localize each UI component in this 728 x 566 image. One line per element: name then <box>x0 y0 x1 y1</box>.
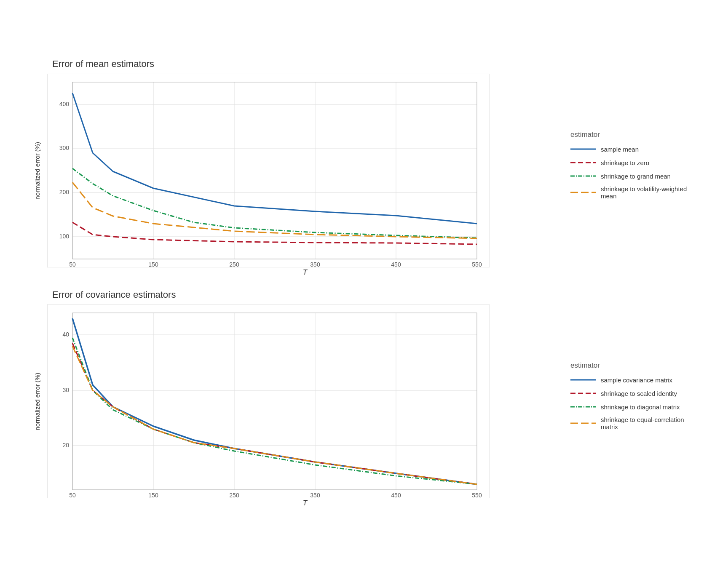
legend-item-1: shrinkage to zero <box>570 158 697 167</box>
svg-text:550: 550 <box>472 261 482 267</box>
svg-text:50: 50 <box>69 492 76 498</box>
legend-item-0: sample mean <box>570 145 697 153</box>
svg-text:350: 350 <box>310 492 320 498</box>
svg-text:20: 20 <box>62 442 69 449</box>
svg-text:100: 100 <box>59 233 70 240</box>
chart1-svg: 100 200 300 400 50 150 250 350 450 550 <box>47 74 490 267</box>
svg-text:450: 450 <box>391 261 401 267</box>
chart1-legend: estimator sample mean shrinkage to zero … <box>566 124 701 211</box>
legend-line-dashed-red <box>570 158 596 167</box>
legend2-label-2: shrinkage to diagonal matrix <box>601 403 680 411</box>
chart2-svg: 20 30 40 50 150 250 350 450 550 <box>47 304 490 498</box>
svg-text:400: 400 <box>59 101 70 107</box>
charts-container: Error of mean estimators normalized erro… <box>27 59 701 507</box>
svg-text:350: 350 <box>310 261 320 267</box>
legend2-item-1: shrinkage to scaled identity <box>570 389 697 398</box>
legend2-label-3: shrinkage to equal-correlation matrix <box>601 416 697 430</box>
legend-label-0: sample mean <box>601 146 639 153</box>
chart1-area: Error of mean estimators normalized erro… <box>27 59 558 277</box>
legend2-item-2: shrinkage to diagonal matrix <box>570 403 697 411</box>
legend-label-2: shrinkage to grand mean <box>601 173 671 180</box>
svg-rect-0 <box>47 74 490 267</box>
svg-rect-27 <box>47 304 490 498</box>
legend-line-solid-blue <box>570 145 596 153</box>
chart2-row: Error of covariance estimators normalize… <box>27 289 701 507</box>
chart1-row: Error of mean estimators normalized erro… <box>27 59 701 277</box>
svg-text:200: 200 <box>59 189 70 195</box>
legend2-line-dotdash-green <box>570 403 596 411</box>
chart1-legend-title: estimator <box>570 131 697 139</box>
svg-text:150: 150 <box>148 261 158 267</box>
legend2-line-dashed-orange <box>570 419 596 427</box>
chart2-xlabel: T <box>52 499 558 507</box>
svg-text:40: 40 <box>62 331 69 338</box>
svg-text:50: 50 <box>69 261 76 267</box>
svg-text:450: 450 <box>391 492 401 498</box>
svg-text:250: 250 <box>229 492 239 498</box>
legend-item-3: shrinkage to volatility-weighted mean <box>570 185 697 200</box>
legend2-line-solid-blue <box>570 376 596 384</box>
legend2-label-0: sample covariance matrix <box>601 376 672 384</box>
svg-text:250: 250 <box>229 261 239 267</box>
chart2-title: Error of covariance estimators <box>52 289 558 300</box>
chart2-ylabel: normalized error (%) <box>34 373 41 430</box>
legend2-label-1: shrinkage to scaled identity <box>601 390 677 397</box>
chart2-legend-title: estimator <box>570 361 697 370</box>
legend-label-1: shrinkage to zero <box>601 159 649 166</box>
legend2-item-3: shrinkage to equal-correlation matrix <box>570 416 697 430</box>
chart2-legend: estimator sample covariance matrix shrin… <box>566 355 701 442</box>
svg-text:550: 550 <box>472 492 482 498</box>
legend2-item-0: sample covariance matrix <box>570 376 697 384</box>
svg-text:300: 300 <box>59 144 70 151</box>
chart1-title: Error of mean estimators <box>52 59 558 69</box>
legend-label-3: shrinkage to volatility-weighted mean <box>601 185 697 200</box>
legend-line-dashed-orange <box>570 188 596 197</box>
chart2-area: Error of covariance estimators normalize… <box>27 289 558 507</box>
svg-text:30: 30 <box>62 387 69 393</box>
svg-text:150: 150 <box>148 492 158 498</box>
legend-line-dotdash-green <box>570 172 596 180</box>
chart1-xlabel: T <box>52 268 558 277</box>
legend-item-2: shrinkage to grand mean <box>570 172 697 180</box>
chart1-ylabel: normalized error (%) <box>34 142 41 200</box>
legend2-line-dashed-red <box>570 389 596 398</box>
